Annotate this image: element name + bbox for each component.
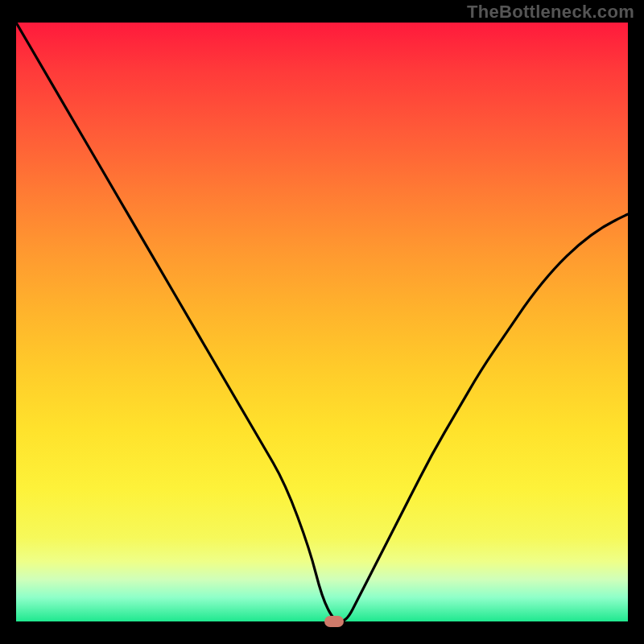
watermark-text: TheBottleneck.com	[467, 2, 634, 23]
curve-path	[16, 23, 628, 621]
bottleneck-curve	[16, 23, 628, 621]
optimum-marker	[324, 616, 344, 627]
plot-area	[16, 23, 628, 621]
chart-frame: TheBottleneck.com	[0, 0, 644, 644]
